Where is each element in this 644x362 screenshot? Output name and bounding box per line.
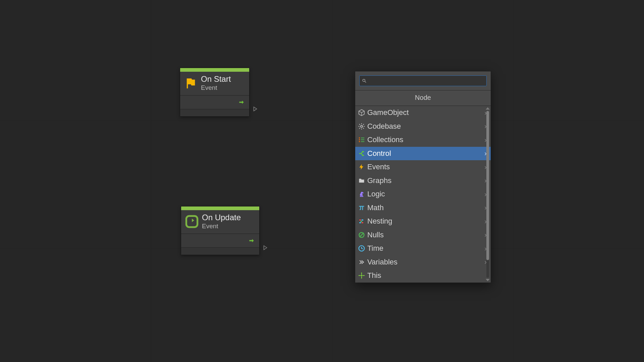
svg-line-11 bbox=[363, 124, 364, 125]
flag-icon bbox=[183, 76, 198, 90]
list-icon bbox=[357, 136, 366, 144]
picker-item-gameobject[interactable]: GameObject› bbox=[355, 106, 491, 120]
clock-icon bbox=[357, 244, 366, 252]
graph-canvas[interactable]: On Start Event On Up bbox=[0, 0, 644, 362]
svg-rect-20 bbox=[360, 221, 363, 222]
picker-item-nulls[interactable]: Nulls› bbox=[355, 228, 491, 242]
bricks-icon bbox=[357, 217, 366, 225]
picker-item-events[interactable]: Events› bbox=[355, 160, 491, 174]
node-subtitle: Event bbox=[202, 223, 241, 230]
picker-item-label: Logic bbox=[367, 190, 484, 198]
gear-icon bbox=[357, 122, 366, 130]
picker-caption: Node bbox=[355, 90, 491, 106]
flow-out-arrow-icon bbox=[247, 237, 256, 244]
branch-icon bbox=[357, 149, 366, 158]
scroll-track[interactable] bbox=[486, 111, 489, 278]
flow-out-arrow-icon bbox=[237, 99, 246, 106]
flow-out-port[interactable] bbox=[252, 106, 259, 112]
node-output-row[interactable] bbox=[180, 96, 249, 109]
picker-item-math[interactable]: Math› bbox=[355, 201, 491, 215]
svg-point-13 bbox=[359, 139, 360, 140]
svg-line-2 bbox=[365, 81, 366, 83]
picker-item-label: Graphs bbox=[367, 176, 484, 185]
picker-item-label: Collections bbox=[367, 135, 484, 144]
angle-icon bbox=[357, 258, 366, 266]
picker-item-codebase[interactable]: Codebase› bbox=[355, 120, 491, 133]
picker-item-label: Nesting bbox=[367, 217, 484, 226]
svg-point-3 bbox=[361, 125, 363, 127]
svg-line-10 bbox=[359, 128, 360, 129]
svg-rect-21 bbox=[359, 222, 362, 224]
search-input[interactable] bbox=[368, 76, 484, 86]
picker-item-time[interactable]: Time› bbox=[355, 242, 491, 255]
picker-item-graphs[interactable]: Graphs› bbox=[355, 174, 491, 188]
node-title: On Update bbox=[202, 213, 241, 223]
search-icon bbox=[362, 78, 367, 83]
bolt-icon bbox=[357, 163, 366, 171]
flow-out-port[interactable] bbox=[262, 244, 269, 251]
picker-item-label: Control bbox=[367, 149, 484, 158]
null-icon bbox=[357, 231, 366, 239]
svg-point-30 bbox=[361, 275, 363, 277]
scroll-thumb[interactable] bbox=[486, 111, 489, 260]
svg-point-14 bbox=[359, 141, 360, 142]
scrollbar[interactable] bbox=[485, 107, 490, 282]
picker-item-control[interactable]: Control› bbox=[355, 147, 491, 161]
picker-item-label: Nulls bbox=[367, 231, 484, 239]
node-on-start[interactable]: On Start Event bbox=[180, 68, 250, 117]
knight-icon bbox=[357, 190, 366, 198]
svg-point-12 bbox=[359, 137, 360, 139]
loop-icon bbox=[184, 214, 199, 229]
node-header[interactable]: On Start Event bbox=[180, 72, 249, 95]
svg-point-1 bbox=[363, 79, 365, 81]
node-subtitle: Event bbox=[201, 84, 231, 92]
picker-item-label: Events bbox=[367, 163, 484, 171]
picker-item-label: Codebase bbox=[367, 122, 484, 131]
node-header[interactable]: On Update Event bbox=[181, 210, 259, 234]
node-accent bbox=[180, 68, 249, 72]
svg-rect-19 bbox=[361, 219, 364, 221]
picker-item-label: Time bbox=[367, 244, 484, 253]
search-input-wrapper[interactable] bbox=[359, 75, 487, 86]
picker-item-logic[interactable]: Logic› bbox=[355, 187, 491, 201]
picker-item-label: GameObject bbox=[367, 108, 484, 117]
picker-item-label: Variables bbox=[367, 258, 484, 266]
picker-item-variables[interactable]: Variables› bbox=[355, 255, 491, 269]
node-on-update[interactable]: On Update Event bbox=[181, 206, 260, 255]
node-accent bbox=[181, 206, 259, 210]
svg-line-9 bbox=[363, 128, 364, 129]
svg-rect-22 bbox=[361, 222, 364, 224]
node-footer bbox=[180, 109, 249, 116]
picker-item-collections[interactable]: Collections› bbox=[355, 133, 491, 147]
node-title: On Start bbox=[201, 74, 231, 84]
picker-list: GameObject›Codebase›Collections›Control›… bbox=[355, 106, 491, 283]
node-output-row[interactable] bbox=[181, 234, 259, 247]
folder-icon bbox=[357, 177, 366, 185]
svg-line-8 bbox=[359, 124, 360, 125]
picker-item-nesting[interactable]: Nesting› bbox=[355, 215, 491, 228]
node-picker-popup: Node GameObject›Codebase›Collections›Con… bbox=[355, 71, 491, 283]
scroll-down-icon[interactable] bbox=[486, 279, 490, 281]
picker-item-label: This bbox=[367, 271, 487, 280]
picker-item-this[interactable]: This bbox=[355, 269, 491, 283]
pi-icon bbox=[357, 204, 366, 212]
picker-item-label: Math bbox=[367, 203, 484, 212]
scroll-up-icon[interactable] bbox=[486, 107, 490, 110]
node-footer bbox=[181, 247, 259, 255]
target-icon bbox=[357, 272, 366, 280]
svg-rect-18 bbox=[359, 219, 362, 221]
cube-icon bbox=[357, 109, 366, 117]
